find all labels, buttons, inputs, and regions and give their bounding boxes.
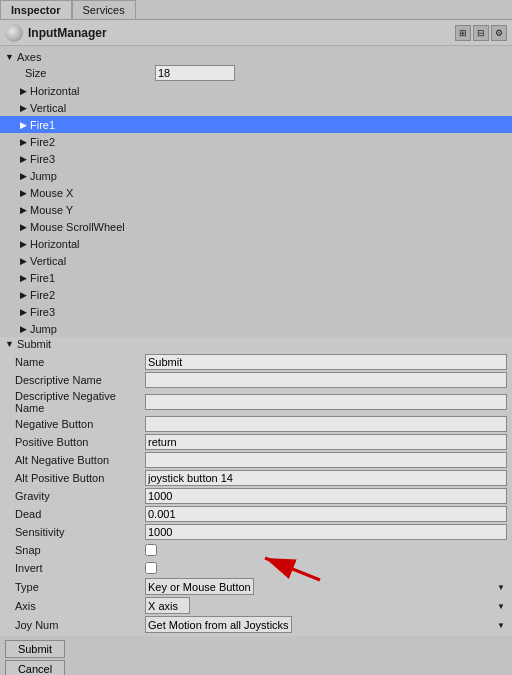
tab-inspector[interactable]: Inspector bbox=[0, 0, 72, 19]
tree-item-fire3-2[interactable]: ▶ Fire3 bbox=[0, 303, 512, 320]
field-type-row: Type Key or Mouse Button Mouse Movement … bbox=[0, 577, 512, 596]
field-descriptive-name-row: Descriptive Name bbox=[0, 371, 512, 389]
inspector-header: InputManager ⊞ ⊟ ⚙ bbox=[0, 20, 512, 46]
axes-collapse-arrow: ▼ bbox=[5, 52, 14, 62]
axes-size-row: Size bbox=[0, 64, 512, 82]
tree-item-fire3-1[interactable]: ▶ Fire3 bbox=[0, 150, 512, 167]
axes-section-header[interactable]: ▼ Axes bbox=[0, 50, 512, 64]
tree-label-horizontal2: Horizontal bbox=[30, 238, 80, 250]
field-snap-label: Snap bbox=[15, 544, 145, 556]
field-gravity-row: Gravity bbox=[0, 487, 512, 505]
field-alt-positive-button-row: Alt Positive Button bbox=[0, 469, 512, 487]
tree-label-mousex: Mouse X bbox=[30, 187, 73, 199]
tree-item-fire2-1[interactable]: ▶ Fire2 bbox=[0, 133, 512, 150]
cancel-button[interactable]: Cancel bbox=[5, 660, 65, 675]
submit-button-label: Submit bbox=[18, 643, 52, 655]
tree-label-fire3-1: Fire3 bbox=[30, 153, 55, 165]
tree-label-fire2-1: Fire2 bbox=[30, 136, 55, 148]
tree-item-mousex[interactable]: ▶ Mouse X bbox=[0, 184, 512, 201]
submit-section-header[interactable]: ▼ Submit bbox=[0, 337, 512, 351]
field-sensitivity-input[interactable] bbox=[145, 524, 507, 540]
tree-arrow-fire1-1: ▶ bbox=[20, 120, 27, 130]
tab-inspector-label: Inspector bbox=[11, 4, 61, 16]
header-layout-btn[interactable]: ⊞ bbox=[455, 25, 471, 41]
field-positive-button-input[interactable] bbox=[145, 434, 507, 450]
field-joy-num-select[interactable]: Get Motion from all Joysticks Joystick 1… bbox=[145, 616, 292, 633]
tree-label-vertical1: Vertical bbox=[30, 102, 66, 114]
tree-label-fire1-1: Fire1 bbox=[30, 119, 55, 131]
field-positive-button-row: Positive Button bbox=[0, 433, 512, 451]
tree-arrow-vertical2: ▶ bbox=[20, 256, 27, 266]
field-invert-checkbox[interactable] bbox=[145, 562, 157, 574]
tree-label-fire2-2: Fire2 bbox=[30, 289, 55, 301]
tree-arrow-mousey: ▶ bbox=[20, 205, 27, 215]
field-joy-num-row: Joy Num Get Motion from all Joysticks Jo… bbox=[0, 615, 512, 634]
tree-arrow-fire3-2: ▶ bbox=[20, 307, 27, 317]
field-axis-select-wrapper: X axis Y axis 3rd axis bbox=[145, 597, 507, 614]
tree-arrow-fire2-1: ▶ bbox=[20, 137, 27, 147]
tree-label-scrollwheel: Mouse ScrollWheel bbox=[30, 221, 125, 233]
submit-collapse-arrow: ▼ bbox=[5, 339, 14, 349]
field-gravity-label: Gravity bbox=[15, 490, 145, 502]
tree-item-vertical2[interactable]: ▶ Vertical bbox=[0, 252, 512, 269]
tree-arrow-fire3-1: ▶ bbox=[20, 154, 27, 164]
axes-size-input[interactable] bbox=[155, 65, 235, 81]
tree-arrow-jump2: ▶ bbox=[20, 324, 27, 334]
header-buttons: ⊞ ⊟ ⚙ bbox=[455, 25, 507, 41]
tree-label-jump2: Jump bbox=[30, 323, 57, 335]
field-positive-button-label: Positive Button bbox=[15, 436, 145, 448]
field-type-select[interactable]: Key or Mouse Button Mouse Movement Joyst… bbox=[145, 578, 254, 595]
field-alt-positive-button-input[interactable] bbox=[145, 470, 507, 486]
field-invert-label: Invert bbox=[15, 562, 145, 574]
tree-item-horizontal1[interactable]: ▶ Horizontal bbox=[0, 82, 512, 99]
tree-arrow-fire2-2: ▶ bbox=[20, 290, 27, 300]
field-descriptive-name-label: Descriptive Name bbox=[15, 374, 145, 386]
tree-arrow-fire1-2: ▶ bbox=[20, 273, 27, 283]
tree-label-horizontal1: Horizontal bbox=[30, 85, 80, 97]
field-sensitivity-label: Sensitivity bbox=[15, 526, 145, 538]
axes-size-label: Size bbox=[25, 67, 155, 79]
tree-label-mousey: Mouse Y bbox=[30, 204, 73, 216]
inspector-title: InputManager bbox=[28, 26, 455, 40]
submit-button[interactable]: Submit bbox=[5, 640, 65, 658]
tree-item-mousey[interactable]: ▶ Mouse Y bbox=[0, 201, 512, 218]
field-negative-button-input[interactable] bbox=[145, 416, 507, 432]
content-wrapper: ▼ Axes Size ▶ Horizontal ▶ Vertical ▶ Fi… bbox=[0, 50, 512, 675]
field-alt-positive-button-label: Alt Positive Button bbox=[15, 472, 145, 484]
field-name-label: Name bbox=[15, 356, 145, 368]
field-alt-negative-button-input[interactable] bbox=[145, 452, 507, 468]
field-alt-negative-button-row: Alt Negative Button bbox=[0, 451, 512, 469]
tree-item-horizontal2[interactable]: ▶ Horizontal bbox=[0, 235, 512, 252]
tree-arrow-mousex: ▶ bbox=[20, 188, 27, 198]
field-type-select-wrapper: Key or Mouse Button Mouse Movement Joyst… bbox=[145, 578, 507, 595]
field-joy-num-label: Joy Num bbox=[15, 619, 145, 631]
header-lock-btn[interactable]: ⊟ bbox=[473, 25, 489, 41]
field-axis-select[interactable]: X axis Y axis 3rd axis bbox=[145, 597, 190, 614]
field-alt-negative-button-label: Alt Negative Button bbox=[15, 454, 145, 466]
field-descriptive-name-input[interactable] bbox=[145, 372, 507, 388]
tree-item-vertical1[interactable]: ▶ Vertical bbox=[0, 99, 512, 116]
field-descriptive-negative-name-label: Descriptive Negative Name bbox=[15, 390, 145, 414]
field-dead-row: Dead bbox=[0, 505, 512, 523]
field-sensitivity-row: Sensitivity bbox=[0, 523, 512, 541]
field-name-input[interactable] bbox=[145, 354, 507, 370]
tree-item-fire1-1[interactable]: ▶ Fire1 bbox=[0, 116, 512, 133]
field-dead-input[interactable] bbox=[145, 506, 507, 522]
field-negative-button-row: Negative Button bbox=[0, 415, 512, 433]
header-gear-btn[interactable]: ⚙ bbox=[491, 25, 507, 41]
field-descriptive-negative-name-input[interactable] bbox=[145, 394, 507, 410]
tree-item-jump2[interactable]: ▶ Jump bbox=[0, 320, 512, 337]
tree-label-vertical2: Vertical bbox=[30, 255, 66, 267]
tree-item-scrollwheel[interactable]: ▶ Mouse ScrollWheel bbox=[0, 218, 512, 235]
submit-form: Name Descriptive Name Descriptive Negati… bbox=[0, 351, 512, 636]
tree-item-jump1[interactable]: ▶ Jump bbox=[0, 167, 512, 184]
axes-label: Axes bbox=[17, 51, 41, 63]
tree-item-fire1-2[interactable]: ▶ Fire1 bbox=[0, 269, 512, 286]
field-negative-button-label: Negative Button bbox=[15, 418, 145, 430]
tree-item-fire2-2[interactable]: ▶ Fire2 bbox=[0, 286, 512, 303]
bottom-buttons: Submit Cancel bbox=[0, 636, 512, 675]
field-invert-row: Invert bbox=[0, 559, 512, 577]
field-snap-checkbox[interactable] bbox=[145, 544, 157, 556]
field-gravity-input[interactable] bbox=[145, 488, 507, 504]
tab-services[interactable]: Services bbox=[72, 0, 136, 19]
